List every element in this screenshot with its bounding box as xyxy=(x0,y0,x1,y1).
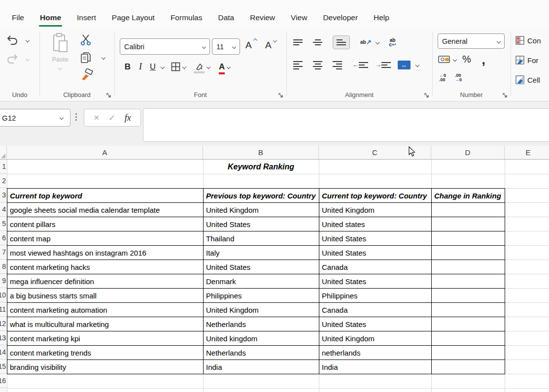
formula-input[interactable] xyxy=(143,108,549,142)
table-cell[interactable]: branding visibility xyxy=(7,360,204,374)
align-top-icon[interactable] xyxy=(293,39,303,45)
cell-styles-button[interactable]: Cell xyxy=(515,75,540,84)
row-header-9[interactable]: 9 xyxy=(0,274,7,288)
name-box[interactable]: G12 xyxy=(0,109,70,127)
cut-icon[interactable] xyxy=(80,34,93,46)
row-header-13[interactable]: 13 xyxy=(0,331,7,345)
menu-tab-help[interactable]: Help xyxy=(366,13,397,28)
align-right-icon[interactable] xyxy=(333,61,342,69)
table-cell[interactable]: content marketing automation xyxy=(7,303,204,317)
decrease-font-size-button[interactable]: A xyxy=(265,40,272,51)
percent-style-button[interactable]: % xyxy=(456,54,477,65)
table-cell[interactable]: Philippines xyxy=(319,289,432,303)
menu-tab-data[interactable]: Data xyxy=(210,13,242,28)
table-cell[interactable] xyxy=(432,289,505,303)
orientation-dropdown-icon[interactable] xyxy=(375,40,379,44)
table-cell[interactable]: Thailand xyxy=(204,231,319,246)
table-cell[interactable] xyxy=(432,303,505,317)
menu-tab-insert[interactable]: Insert xyxy=(69,13,104,28)
table-cell[interactable] xyxy=(432,317,505,331)
table-cell[interactable] xyxy=(432,203,505,217)
table-cell[interactable]: United States xyxy=(319,274,432,289)
align-center-icon[interactable] xyxy=(313,61,322,69)
align-bottom-button[interactable] xyxy=(333,35,350,49)
redo-dropdown-icon[interactable] xyxy=(26,57,30,61)
table-header-cell[interactable]: Previous top keyword: Country xyxy=(204,189,319,203)
decrease-decimal-icon[interactable]: .00 →0 xyxy=(455,73,462,82)
table-cell[interactable]: United States xyxy=(319,246,432,260)
select-all-corner[interactable] xyxy=(0,146,7,160)
table-cell[interactable]: India xyxy=(319,360,432,374)
bold-button[interactable]: B xyxy=(121,62,134,72)
insert-function-icon[interactable]: fx xyxy=(125,113,131,123)
row-header-17[interactable]: 17 xyxy=(0,388,7,392)
table-cell[interactable]: Canada xyxy=(319,260,432,274)
table-cell[interactable]: United States xyxy=(204,217,319,231)
menu-tab-formulas[interactable]: Formulas xyxy=(163,13,210,28)
menu-tab-view[interactable]: View xyxy=(283,13,315,28)
accounting-format-icon[interactable] xyxy=(438,55,451,64)
table-cell[interactable]: content marketing trends xyxy=(7,346,204,360)
font-name-combo[interactable]: Calibri xyxy=(120,38,210,55)
table-cell[interactable]: United Kingdom xyxy=(204,203,319,217)
table-cell[interactable] xyxy=(432,274,505,289)
table-cell[interactable] xyxy=(432,331,505,346)
increase-indent-icon[interactable]: → xyxy=(375,62,387,68)
sheet-title-cell[interactable]: Keyword Ranking xyxy=(203,160,319,174)
table-cell[interactable]: United states xyxy=(319,217,432,231)
table-cell[interactable]: United States xyxy=(204,260,319,274)
redo-icon[interactable] xyxy=(6,54,19,65)
font-dialog-launcher-icon[interactable] xyxy=(278,92,284,97)
row-header-10[interactable]: 10 xyxy=(0,288,7,302)
underline-button[interactable]: U xyxy=(147,62,159,71)
table-cell[interactable]: United Kingdom xyxy=(319,203,432,217)
clipboard-dialog-launcher-icon[interactable] xyxy=(106,92,112,97)
borders-dropdown-icon[interactable] xyxy=(182,65,186,68)
table-cell[interactable]: what is multicultural marketing xyxy=(7,317,204,331)
table-cell[interactable]: content marketing kpi xyxy=(7,331,204,346)
row-header-4[interactable]: 4 xyxy=(0,202,7,217)
row-header-2[interactable]: 2 xyxy=(0,174,7,188)
font-color-dropdown-icon[interactable] xyxy=(227,65,231,68)
table-cell[interactable]: India xyxy=(204,360,319,374)
table-header-cell[interactable]: Current top keyword xyxy=(7,189,204,203)
table-cell[interactable]: United kingdom xyxy=(204,331,319,346)
table-cell[interactable]: Italy xyxy=(204,246,319,260)
name-box-dropdown-icon[interactable] xyxy=(60,116,64,120)
table-cell[interactable]: content marketing hacks xyxy=(7,260,204,274)
table-header-cell[interactable]: Change in Ranking xyxy=(432,189,505,203)
table-cell[interactable]: google sheets social media calendar temp… xyxy=(7,203,204,217)
menu-tab-review[interactable]: Review xyxy=(242,13,283,28)
row-header-3[interactable]: 3 xyxy=(0,188,7,202)
copy-dropdown-icon[interactable] xyxy=(102,56,105,60)
borders-icon[interactable] xyxy=(171,62,180,71)
font-color-icon[interactable]: A xyxy=(219,62,225,72)
increase-font-size-button[interactable]: A xyxy=(245,40,252,51)
table-cell[interactable]: United Kingdom xyxy=(319,331,432,346)
row-header-5[interactable]: 5 xyxy=(0,217,7,231)
column-header-d[interactable]: D xyxy=(431,146,505,160)
table-cell[interactable]: United States xyxy=(319,231,432,246)
row-header-16[interactable]: 16 xyxy=(0,374,7,388)
column-header-e[interactable]: E xyxy=(505,146,549,160)
row-header-12[interactable]: 12 xyxy=(0,317,7,331)
align-left-icon[interactable] xyxy=(293,61,303,69)
row-header-15[interactable]: 15 xyxy=(0,359,7,374)
wrap-text-icon[interactable]: abc↩ xyxy=(389,38,396,47)
italic-button[interactable]: I xyxy=(134,62,147,72)
undo-dropdown-icon[interactable] xyxy=(26,38,30,42)
paste-button[interactable]: Paste xyxy=(46,33,74,72)
alignment-dialog-launcher-icon[interactable] xyxy=(424,92,430,97)
menu-tab-home[interactable]: Home xyxy=(32,13,69,28)
comma-style-button[interactable]: , xyxy=(477,57,490,62)
table-cell[interactable]: content map xyxy=(7,231,204,246)
undo-icon[interactable] xyxy=(6,35,19,46)
fill-color-dropdown-icon[interactable] xyxy=(206,65,210,68)
table-cell[interactable]: Netherlands xyxy=(204,317,319,331)
row-header-1[interactable]: 1 xyxy=(0,160,7,174)
table-cell[interactable]: netherlands xyxy=(319,346,432,360)
row-header-11[interactable]: 11 xyxy=(0,302,7,317)
table-cell[interactable] xyxy=(432,217,505,231)
formula-bar-grip-icon[interactable] xyxy=(75,113,77,121)
number-format-combo[interactable]: General xyxy=(438,33,505,49)
